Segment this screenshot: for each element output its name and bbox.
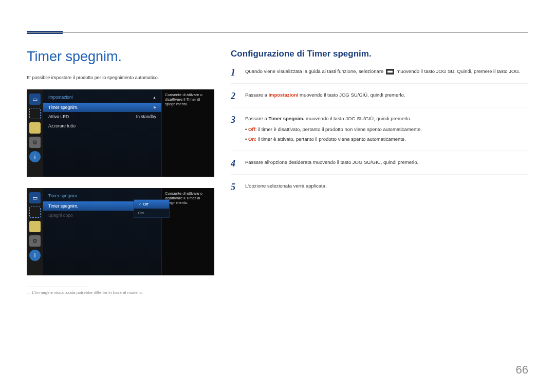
osd-title-text: Timer spegnim.	[48, 193, 78, 198]
osd-screenshot-timer: ▭ ⚙ i Timer spegnim. Timer spegnim. Speg…	[27, 188, 214, 275]
footnote: ― L'immagine visualizzata potrebbe diffe…	[27, 290, 212, 295]
step-body: L'opzione selezionata verrà applicata.	[245, 182, 327, 193]
gear-icon: ⚙	[29, 235, 41, 247]
osd-row-label: Attiva LED	[48, 114, 69, 119]
step-2: 2 Passare a Impostazioni muovendo il tas…	[231, 91, 528, 107]
bullet-desc: : il timer è disattivato, pertanto il pr…	[255, 126, 422, 132]
page-number: 66	[516, 363, 528, 377]
osd-row-reset: Azzerare tutto	[43, 121, 161, 130]
left-column: Timer spegnim. E' possibile impostare il…	[27, 49, 212, 295]
step-text: muovendo il tasto JOG SU/GIÙ, quindi pre…	[298, 92, 405, 98]
step-number: 3	[231, 115, 238, 145]
dropdown-option-off: Off	[134, 200, 169, 209]
osd-sidebar: ▭ ⚙ i	[27, 89, 43, 177]
step-text: muovendo il tasto JOG SU/GIÙ, quindi pre…	[304, 116, 411, 121]
osd-list: Impostazioni ▲ Timer spegnim. ▶ Attiva L…	[43, 89, 161, 177]
osd-dropdown: Off On	[134, 199, 170, 218]
subsection-title: Configurazione di Timer spegnim.	[231, 49, 528, 59]
footnote-rule	[27, 287, 88, 287]
right-column: Configurazione di Timer spegnim. 1 Quand…	[231, 49, 528, 205]
step-text: Quando viene visualizzata la guida ai ta…	[245, 68, 385, 74]
step-4: 4 Passare all'opzione desiderata muovend…	[231, 158, 528, 175]
osd-main: Timer spegnim. Timer spegnim. Spegni dop…	[43, 188, 214, 275]
chevron-up-icon: ▲	[153, 96, 156, 99]
section-title: Timer spegnim.	[27, 49, 212, 65]
step-body: Passare a Impostazioni muovendo il tasto…	[245, 91, 405, 102]
step-body: Passare a Timer spegnim. muovendo il tas…	[245, 115, 422, 145]
step-bullet-list: Off: il timer è disattivato, pertanto il…	[245, 125, 422, 143]
step-text: muovendo il tasto JOG SU. Quindi, premer…	[395, 68, 520, 74]
step-body: Quando viene visualizzata la guida ai ta…	[245, 67, 520, 78]
osd-main: Impostazioni ▲ Timer spegnim. ▶ Attiva L…	[43, 89, 214, 177]
step-link: Impostazioni	[268, 92, 298, 98]
bullet-on: On: il timer è attivato, pertanto il pro…	[245, 135, 422, 143]
osd-title-text: Impostazioni	[48, 95, 73, 100]
step-text: Passare a	[245, 116, 268, 121]
intro-text: E' possibile impostare il prodotto per l…	[27, 75, 212, 80]
bullet-label: Off	[248, 126, 255, 132]
step-3: 3 Passare a Timer spegnim. muovendo il t…	[231, 115, 528, 151]
step-number: 4	[231, 158, 238, 169]
picture-icon	[29, 108, 41, 119]
step-number: 2	[231, 91, 238, 102]
bullet-desc: : il timer è attivato, pertanto il prodo…	[255, 136, 406, 142]
osd-menu-title: Impostazioni ▲	[43, 92, 161, 103]
info-icon: i	[29, 151, 41, 162]
header-rule	[27, 32, 528, 33]
step-bold: Timer spegnim.	[268, 116, 304, 121]
menu-icon	[386, 69, 394, 74]
info-icon: i	[29, 250, 41, 261]
osd-row-label: Timer spegnim.	[48, 105, 78, 110]
osd-row-value: In standby	[136, 114, 156, 119]
step-number: 5	[231, 182, 238, 193]
osd-row-label: Timer spegnim.	[48, 203, 78, 209]
step-text: Passare a	[245, 92, 268, 98]
step-body: Passare all'opzione desiderata muovendo …	[245, 158, 418, 169]
step-1: 1 Quando viene visualizzata la guida ai …	[231, 67, 528, 84]
chevron-right-icon: ▶	[154, 105, 156, 109]
osd-row-led: Attiva LED In standby	[43, 112, 161, 121]
osd-row-label: Azzerare tutto	[48, 123, 76, 128]
osd-description: Consente di attivare o disattivare il Ti…	[161, 89, 214, 177]
picture-icon	[29, 207, 41, 218]
step-5: 5 L'opzione selezionata verrà applicata.	[231, 182, 528, 198]
osd-row-label: Spegni dopo	[48, 213, 73, 218]
bullet-label: On	[248, 136, 255, 142]
monitor-icon: ▭	[29, 94, 41, 105]
color-icon	[29, 122, 41, 134]
dropdown-option-on: On	[134, 209, 169, 217]
monitor-icon: ▭	[29, 192, 41, 203]
color-icon	[29, 221, 41, 232]
bullet-off: Off: il timer è disattivato, pertanto il…	[245, 125, 422, 133]
step-number: 1	[231, 67, 238, 78]
gear-icon: ⚙	[29, 137, 41, 148]
osd-row-timer: Timer spegnim. ▶	[43, 103, 161, 112]
osd-sidebar: ▭ ⚙ i	[27, 188, 43, 275]
osd-screenshot-settings: ▭ ⚙ i Impostazioni ▲ Timer spegnim. ▶ At…	[27, 89, 214, 177]
